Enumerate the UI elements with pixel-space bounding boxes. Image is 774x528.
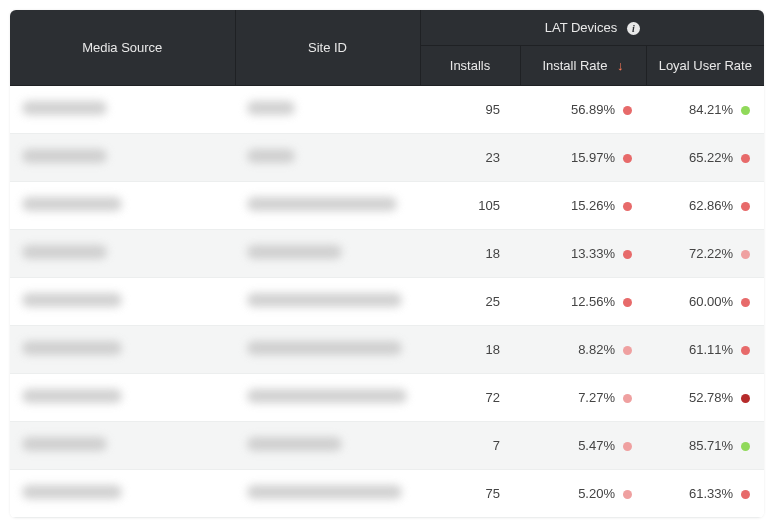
rate-value: 60.00% [689, 294, 733, 309]
col-header-media-source[interactable]: Media Source [10, 10, 235, 86]
redacted-text [22, 437, 107, 451]
table-row[interactable]: 9556.89%84.21% [10, 86, 764, 134]
col-group-lat-devices: LAT Devices i [420, 10, 764, 46]
status-dot-icon [623, 154, 632, 163]
cell-installs: 105 [420, 182, 520, 230]
col-header-site-id[interactable]: Site ID [235, 10, 420, 86]
status-dot-icon [623, 394, 632, 403]
cell-install-rate: 8.82% [520, 326, 646, 374]
cell-site-id [235, 182, 420, 230]
cell-installs: 95 [420, 86, 520, 134]
col-header-installs[interactable]: Installs [420, 46, 520, 86]
cell-install-rate: 5.47% [520, 422, 646, 470]
cell-media-source [10, 230, 235, 278]
cell-media-source [10, 470, 235, 518]
table-row[interactable]: 1813.33%72.22% [10, 230, 764, 278]
status-dot-icon [623, 442, 632, 451]
cell-installs: 18 [420, 230, 520, 278]
rate-value: 72.22% [689, 246, 733, 261]
rate-value: 5.47% [578, 438, 615, 453]
cell-install-rate: 13.33% [520, 230, 646, 278]
table-row[interactable]: 10515.26%62.86% [10, 182, 764, 230]
cell-media-source [10, 326, 235, 374]
redacted-text [247, 389, 407, 403]
cell-site-id [235, 230, 420, 278]
group-label: LAT Devices [545, 20, 618, 35]
data-table: Media Source Site ID LAT Devices i Insta… [10, 10, 764, 518]
cell-site-id [235, 422, 420, 470]
rate-value: 85.71% [689, 438, 733, 453]
cell-site-id [235, 134, 420, 182]
cell-installs: 7 [420, 422, 520, 470]
table-row[interactable]: 188.82%61.11% [10, 326, 764, 374]
col-header-loyal-user-rate[interactable]: Loyal User Rate [646, 46, 764, 86]
cell-installs: 72 [420, 374, 520, 422]
cell-media-source [10, 86, 235, 134]
status-dot-icon [741, 202, 750, 211]
redacted-text [22, 197, 122, 211]
table-row[interactable]: 75.47%85.71% [10, 422, 764, 470]
rate-value: 61.33% [689, 486, 733, 501]
cell-site-id [235, 278, 420, 326]
redacted-text [22, 293, 122, 307]
status-dot-icon [623, 490, 632, 499]
table-row[interactable]: 727.27%52.78% [10, 374, 764, 422]
status-dot-icon [623, 346, 632, 355]
cell-media-source [10, 374, 235, 422]
cell-install-rate: 15.26% [520, 182, 646, 230]
status-dot-icon [741, 250, 750, 259]
cell-installs: 23 [420, 134, 520, 182]
cell-install-rate: 12.56% [520, 278, 646, 326]
rate-value: 61.11% [689, 342, 733, 357]
status-dot-icon [623, 298, 632, 307]
redacted-text [247, 293, 402, 307]
cell-install-rate: 5.20% [520, 470, 646, 518]
rate-value: 56.89% [571, 102, 615, 117]
table-row[interactable]: 2315.97%65.22% [10, 134, 764, 182]
status-dot-icon [741, 394, 750, 403]
header-label: Loyal User Rate [659, 58, 752, 73]
status-dot-icon [741, 346, 750, 355]
cell-site-id [235, 326, 420, 374]
info-icon[interactable]: i [627, 22, 640, 35]
status-dot-icon [623, 106, 632, 115]
rate-value: 65.22% [689, 150, 733, 165]
col-header-install-rate[interactable]: Install Rate ↓ [520, 46, 646, 86]
cell-media-source [10, 422, 235, 470]
cell-loyal-user-rate: 52.78% [646, 374, 764, 422]
status-dot-icon [741, 490, 750, 499]
redacted-text [247, 149, 295, 163]
rate-value: 5.20% [578, 486, 615, 501]
table-row[interactable]: 755.20%61.33% [10, 470, 764, 518]
cell-loyal-user-rate: 85.71% [646, 422, 764, 470]
redacted-text [22, 341, 122, 355]
redacted-text [22, 245, 107, 259]
redacted-text [22, 389, 122, 403]
rate-value: 15.26% [571, 198, 615, 213]
cell-install-rate: 15.97% [520, 134, 646, 182]
rate-value: 7.27% [578, 390, 615, 405]
cell-loyal-user-rate: 84.21% [646, 86, 764, 134]
cell-site-id [235, 470, 420, 518]
cell-install-rate: 7.27% [520, 374, 646, 422]
status-dot-icon [623, 202, 632, 211]
redacted-text [247, 197, 397, 211]
header-label: Site ID [308, 40, 347, 55]
table-row[interactable]: 2512.56%60.00% [10, 278, 764, 326]
table-header: Media Source Site ID LAT Devices i Insta… [10, 10, 764, 86]
redacted-text [247, 101, 295, 115]
redacted-text [22, 485, 122, 499]
cell-media-source [10, 134, 235, 182]
cell-media-source [10, 278, 235, 326]
status-dot-icon [741, 106, 750, 115]
header-label: Installs [450, 58, 490, 73]
cell-loyal-user-rate: 72.22% [646, 230, 764, 278]
redacted-text [247, 485, 402, 499]
status-dot-icon [741, 298, 750, 307]
cell-media-source [10, 182, 235, 230]
rate-value: 62.86% [689, 198, 733, 213]
header-label: Media Source [82, 40, 162, 55]
redacted-text [247, 245, 342, 259]
rate-value: 13.33% [571, 246, 615, 261]
rate-value: 84.21% [689, 102, 733, 117]
